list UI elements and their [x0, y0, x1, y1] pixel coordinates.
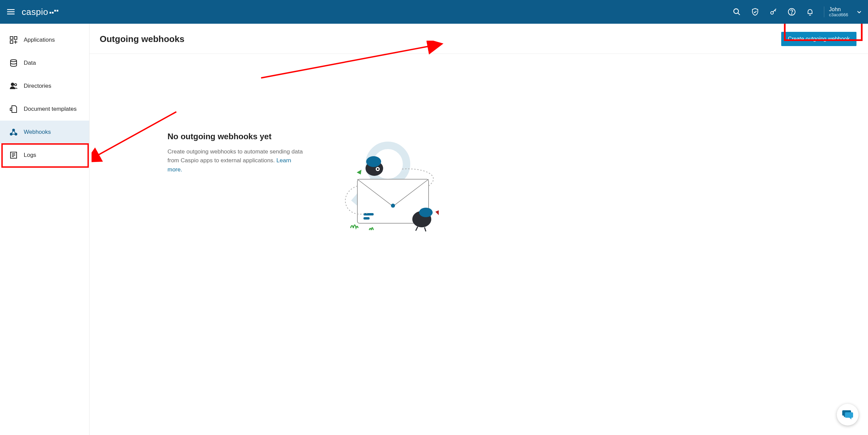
- notifications-button[interactable]: [803, 5, 817, 19]
- menu-toggle-button[interactable]: [6, 7, 16, 17]
- search-icon: [733, 8, 741, 16]
- svg-point-3: [734, 9, 738, 14]
- svg-rect-0: [7, 9, 15, 10]
- shield-button[interactable]: [748, 5, 762, 19]
- svg-rect-27: [363, 213, 374, 215]
- sidebar: Applications Data Directories: [0, 24, 90, 435]
- svg-marker-36: [435, 210, 439, 215]
- svg-point-14: [11, 83, 14, 86]
- svg-rect-28: [363, 217, 370, 220]
- help-button[interactable]: [785, 5, 799, 19]
- bell-icon: [806, 8, 814, 16]
- sidebar-item-label: Document templates: [24, 106, 77, 112]
- svg-point-26: [391, 204, 395, 208]
- empty-state-title: No outgoing webhooks yet: [167, 132, 303, 141]
- sidebar-item-webhooks[interactable]: Webhooks: [0, 121, 89, 144]
- user-account-id: c3acd666: [829, 13, 852, 17]
- svg-point-35: [419, 208, 433, 217]
- user-menu[interactable]: John c3acd666: [821, 6, 862, 17]
- user-name: John: [829, 6, 852, 13]
- main-content: Outgoing webhooks Create outgoing webhoo…: [90, 24, 868, 435]
- sidebar-item-data[interactable]: Data: [0, 51, 89, 75]
- webhook-icon: [9, 128, 18, 136]
- svg-point-5: [771, 12, 773, 14]
- sidebar-item-label: Data: [24, 60, 36, 66]
- logs-icon: [9, 151, 18, 159]
- empty-state-illustration: [330, 132, 439, 233]
- shield-check-icon: [751, 8, 759, 16]
- key-icon: [769, 8, 777, 16]
- svg-rect-10: [10, 41, 13, 43]
- sidebar-item-logs[interactable]: Logs: [0, 144, 89, 167]
- svg-point-32: [377, 168, 379, 170]
- sidebar-item-applications[interactable]: Applications: [0, 28, 89, 51]
- svg-point-15: [15, 84, 17, 86]
- svg-point-13: [11, 60, 17, 62]
- svg-rect-1: [7, 12, 15, 13]
- hamburger-icon: [7, 9, 15, 15]
- caspio-logo[interactable]: caspio: [22, 7, 58, 17]
- chevron-down-icon: [856, 9, 862, 15]
- main-header: Outgoing webhooks Create outgoing webhoo…: [90, 24, 868, 54]
- app-header: caspio John c3acd666: [0, 0, 868, 24]
- sidebar-item-label: Webhooks: [24, 129, 51, 136]
- chat-icon: [842, 410, 853, 420]
- sidebar-item-label: Applications: [24, 37, 55, 43]
- search-button[interactable]: [730, 5, 744, 19]
- chat-support-button[interactable]: [837, 404, 859, 426]
- svg-point-7: [791, 14, 792, 14]
- sidebar-item-directories[interactable]: Directories: [0, 75, 89, 98]
- svg-rect-9: [14, 37, 17, 39]
- help-icon: [788, 8, 796, 16]
- create-outgoing-webhook-button[interactable]: Create outgoing webhook: [781, 32, 856, 46]
- key-button[interactable]: [766, 5, 781, 19]
- svg-line-37: [416, 227, 418, 231]
- page-title: Outgoing webhooks: [100, 34, 184, 44]
- svg-line-4: [738, 13, 740, 15]
- svg-marker-33: [357, 170, 361, 174]
- sidebar-item-label: Directories: [24, 83, 51, 89]
- database-icon: [9, 59, 18, 67]
- empty-state: No outgoing webhooks yet Create outgoing…: [167, 132, 303, 174]
- document-icon: [9, 105, 18, 113]
- empty-state-description: Create outgoing webhooks to automate sen…: [167, 147, 303, 174]
- svg-point-30: [366, 156, 381, 167]
- svg-line-38: [425, 227, 426, 231]
- svg-rect-8: [10, 37, 13, 39]
- sidebar-item-label: Logs: [24, 152, 36, 159]
- apps-icon: [9, 36, 18, 44]
- sidebar-item-document-templates[interactable]: Document templates: [0, 98, 89, 121]
- users-icon: [9, 82, 18, 90]
- svg-rect-2: [7, 14, 15, 15]
